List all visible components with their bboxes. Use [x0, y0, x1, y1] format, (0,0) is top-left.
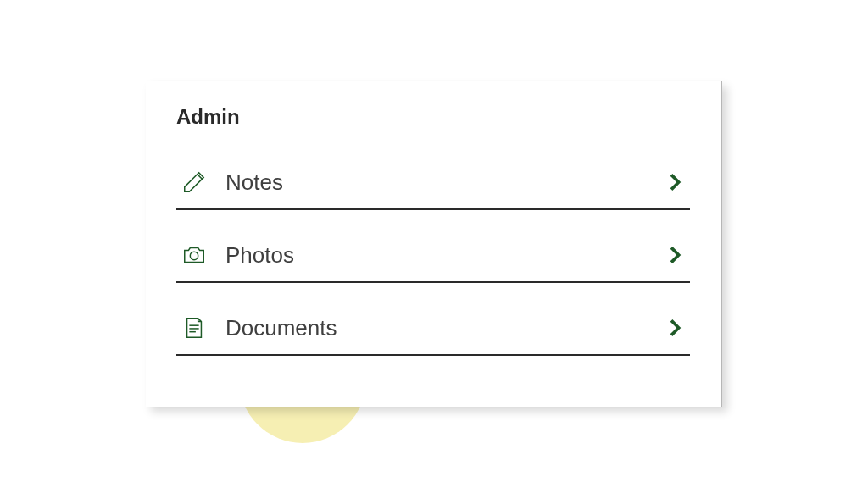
admin-card: Admin Notes Photos Documents	[146, 81, 722, 407]
menu-item-photos[interactable]: Photos	[176, 225, 690, 283]
pencil-icon	[180, 168, 209, 197]
svg-point-0	[190, 252, 198, 259]
menu-item-label: Notes	[225, 169, 666, 196]
menu-item-notes[interactable]: Notes	[176, 152, 690, 210]
chevron-right-icon	[666, 173, 685, 191]
menu-item-label: Documents	[225, 315, 666, 341]
document-icon	[180, 313, 209, 342]
camera-icon	[180, 241, 209, 269]
chevron-right-icon	[666, 319, 685, 337]
menu-item-documents[interactable]: Documents	[176, 298, 690, 356]
menu-item-label: Photos	[225, 242, 666, 269]
card-title: Admin	[176, 105, 690, 129]
chevron-right-icon	[666, 246, 685, 264]
